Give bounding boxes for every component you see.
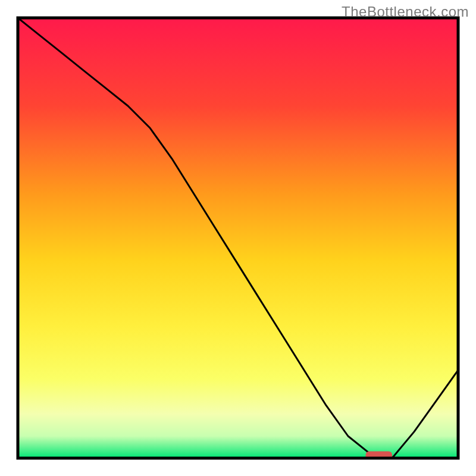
- watermark-text: TheBottleneck.com: [342, 4, 469, 20]
- bottleneck-chart: [0, 0, 476, 476]
- plot-background: [18, 18, 458, 458]
- chart-container: TheBottleneck.com: [0, 0, 476, 476]
